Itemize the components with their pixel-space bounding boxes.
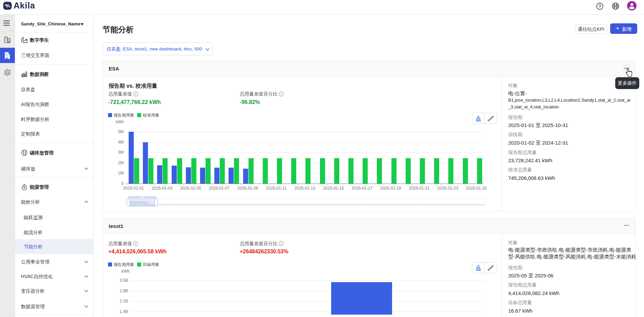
- svg-text:?: ?: [599, 4, 601, 9]
